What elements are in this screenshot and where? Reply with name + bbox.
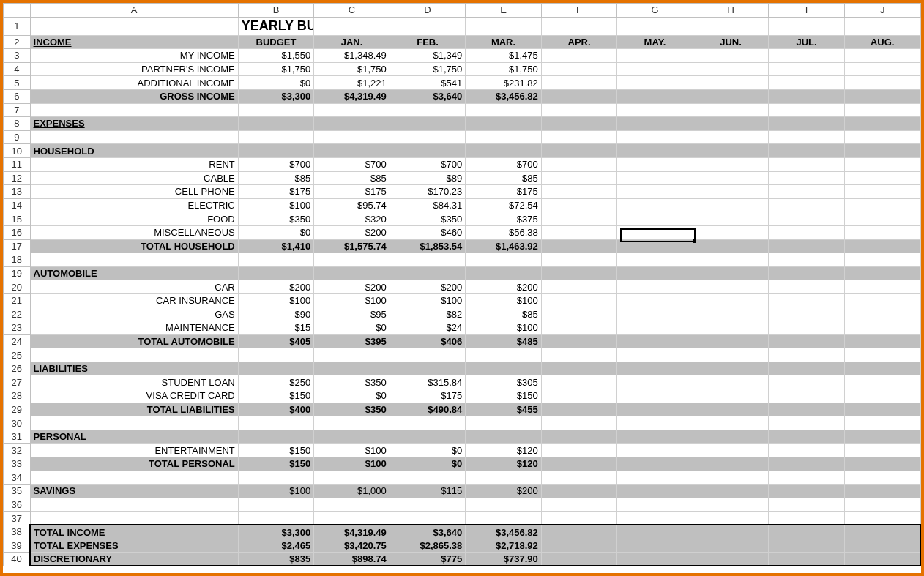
cell[interactable]: $1,750 <box>238 62 314 76</box>
cell[interactable]: $175 <box>390 389 466 403</box>
cell[interactable] <box>617 307 693 321</box>
cell[interactable] <box>693 157 769 171</box>
cell[interactable] <box>844 348 920 362</box>
cell[interactable] <box>617 117 693 131</box>
row-header[interactable]: 39 <box>4 539 31 553</box>
cell[interactable]: $3,300 <box>238 89 314 103</box>
cell[interactable] <box>617 485 693 498</box>
cell[interactable]: CAR INSURANCE <box>30 293 238 307</box>
cell[interactable] <box>314 17 390 35</box>
cell[interactable] <box>844 307 920 321</box>
cell[interactable] <box>769 253 845 267</box>
cell[interactable] <box>390 416 466 430</box>
row[interactable]: 11RENT$700$700$700$700 <box>4 157 921 171</box>
cell[interactable] <box>238 266 314 280</box>
cell[interactable] <box>769 117 845 131</box>
cell[interactable] <box>466 266 542 280</box>
cell[interactable] <box>541 471 617 485</box>
cell[interactable] <box>693 403 769 416</box>
cell[interactable]: $3,300 <box>238 525 314 539</box>
cell[interactable] <box>541 198 617 212</box>
row-header[interactable]: 19 <box>4 266 31 280</box>
cell[interactable]: PERSONAL <box>30 430 238 444</box>
cell[interactable]: $100 <box>238 198 314 212</box>
cell[interactable]: ADDITIONAL INCOME <box>30 76 238 90</box>
cell[interactable]: $898.74 <box>314 553 390 566</box>
cell[interactable] <box>693 375 769 389</box>
cell[interactable]: $395 <box>314 334 390 348</box>
cell[interactable] <box>693 430 769 444</box>
row-header[interactable]: 11 <box>4 157 31 171</box>
row[interactable]: 29TOTAL LIABILITIES$400$350$490.84$455 <box>4 403 921 416</box>
cell[interactable]: $150 <box>466 389 542 403</box>
cell[interactable]: $85 <box>314 171 390 185</box>
cell[interactable]: $85 <box>466 171 542 185</box>
row-header[interactable]: 26 <box>4 362 31 375</box>
row[interactable]: 2INCOMEBUDGETJAN.FEB.MAR.APR.MAY.JUN.JUL… <box>4 35 921 49</box>
cell[interactable] <box>541 266 617 280</box>
cell[interactable]: $3,420.75 <box>314 539 390 553</box>
row[interactable]: 25 <box>4 348 921 362</box>
cell[interactable] <box>693 62 769 76</box>
cell[interactable]: $315.84 <box>390 375 466 389</box>
row[interactable]: 23MAINTENANCE$15$0$24$100 <box>4 321 921 335</box>
cell[interactable] <box>30 130 238 144</box>
cell[interactable] <box>844 144 920 158</box>
cell[interactable] <box>844 280 920 294</box>
cell[interactable]: $1,750 <box>314 62 390 76</box>
cell[interactable] <box>390 362 466 375</box>
row[interactable]: 10HOUSEHOLD <box>4 144 921 158</box>
row-header[interactable]: 31 <box>4 430 31 444</box>
cell[interactable] <box>466 430 542 444</box>
row-header[interactable]: 12 <box>4 171 31 185</box>
cell[interactable] <box>466 362 542 375</box>
cell[interactable]: EXPENSES <box>30 117 238 131</box>
cell[interactable]: $1,853.54 <box>390 239 466 253</box>
cell[interactable]: $1,550 <box>238 49 314 63</box>
cell[interactable] <box>844 253 920 267</box>
cell[interactable]: CABLE <box>30 171 238 185</box>
row-header[interactable]: 35 <box>4 485 31 498</box>
cell[interactable] <box>390 266 466 280</box>
cell[interactable]: $1,750 <box>390 62 466 76</box>
cell[interactable] <box>238 103 314 117</box>
cell[interactable] <box>541 525 617 539</box>
row[interactable]: 19AUTOMOBILE <box>4 266 921 280</box>
cell[interactable] <box>693 17 769 35</box>
cell[interactable] <box>844 212 920 226</box>
row[interactable]: 9 <box>4 130 921 144</box>
cell[interactable] <box>238 512 314 525</box>
cell[interactable]: $15 <box>238 321 314 335</box>
cell[interactable] <box>693 512 769 525</box>
cell[interactable] <box>769 212 845 226</box>
cell[interactable] <box>693 362 769 375</box>
row-header[interactable]: 22 <box>4 307 31 321</box>
cell[interactable]: $3,456.82 <box>466 525 542 539</box>
row-header[interactable]: 8 <box>4 117 31 131</box>
cell[interactable] <box>541 416 617 430</box>
cell[interactable] <box>541 539 617 553</box>
row[interactable]: 36 <box>4 498 921 512</box>
cell[interactable] <box>617 253 693 267</box>
cell[interactable]: TOTAL LIABILITIES <box>30 403 238 416</box>
cell[interactable]: STUDENT LOAN <box>30 375 238 389</box>
row-header[interactable]: 34 <box>4 471 31 485</box>
cell[interactable]: $200 <box>238 280 314 294</box>
cell[interactable] <box>693 444 769 457</box>
cell[interactable]: $84.31 <box>390 198 466 212</box>
row-header[interactable]: 1 <box>4 17 31 35</box>
cell[interactable] <box>30 348 238 362</box>
row[interactable]: 21CAR INSURANCE$100$100$100$100 <box>4 293 921 307</box>
cell[interactable] <box>617 62 693 76</box>
cell[interactable]: $2,865.38 <box>390 539 466 553</box>
cell[interactable] <box>390 17 466 35</box>
cell[interactable]: $700 <box>314 157 390 171</box>
row-header[interactable]: 23 <box>4 321 31 335</box>
cell[interactable] <box>844 334 920 348</box>
row[interactable]: 31PERSONAL <box>4 430 921 444</box>
cell[interactable] <box>844 130 920 144</box>
cell[interactable] <box>693 416 769 430</box>
cell[interactable] <box>693 321 769 335</box>
cell[interactable]: $100 <box>390 293 466 307</box>
cell[interactable] <box>844 49 920 63</box>
